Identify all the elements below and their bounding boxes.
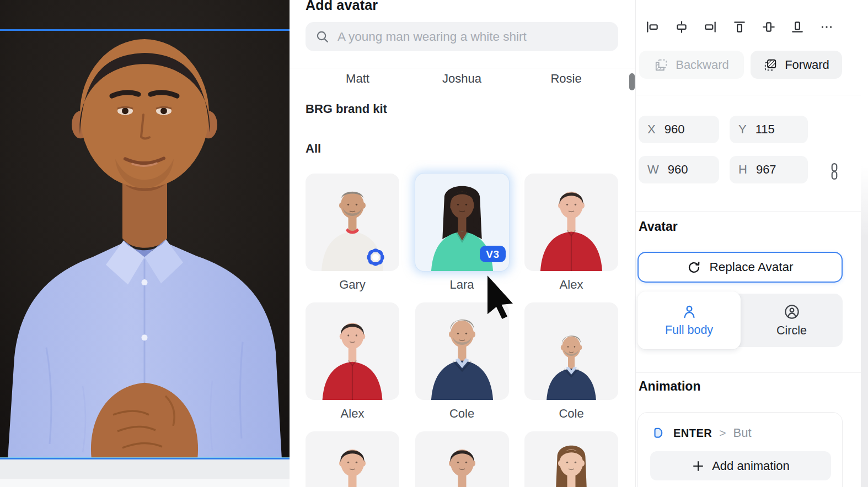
align-center-horizontal-icon[interactable] [671,15,693,39]
avatar-card-partial[interactable] [415,431,509,487]
add-animation-label: Add animation [712,459,790,473]
section-brand-kit-heading: BRG brand kit [306,102,387,116]
x-value: 960 [665,122,685,137]
avatar-card-cole[interactable]: Cole [415,302,509,422]
align-middle-vertical-icon[interactable] [758,15,780,39]
full-body-person-icon [682,304,697,320]
layer-order-row: Backward Forward [639,51,842,79]
bring-forward-label: Forward [785,58,829,72]
alignment-toolbar [641,15,838,39]
selection-outline-bottom [0,458,290,459]
y-value: 115 [756,122,775,137]
enter-target: But [733,426,752,440]
avatar-card-gary[interactable]: Gary [306,174,399,293]
search-icon [315,30,330,44]
animation-card: ENTER > But Add animation [637,412,843,487]
avatar-thumbnail[interactable] [306,431,399,487]
h-value: 967 [756,163,776,177]
avatar-thumbnail[interactable] [415,431,509,487]
mode-circle-button[interactable]: Circle [741,294,843,347]
send-backward-label: Backward [676,58,729,72]
avatar-card-lara[interactable]: V3Lara [415,174,509,293]
avatar-thumbnail[interactable] [306,174,399,271]
position-x-field[interactable]: X 960 [639,116,719,143]
avatar-name-label: Lara [415,278,509,293]
scrollbar-thumb[interactable] [629,73,635,90]
align-left-icon[interactable] [641,15,663,39]
avatar-thumbnail[interactable] [524,174,618,271]
avatar-card-cole[interactable]: Cole [524,302,618,422]
recent-avatar-joshua[interactable]: Joshua [410,72,514,86]
w-value: 960 [668,163,688,177]
avatar-name-label: Alex [524,278,618,293]
more-options-icon[interactable] [816,15,838,39]
align-right-icon[interactable] [699,15,721,39]
section-all-heading: All [306,142,321,156]
avatar-thumbnail[interactable]: V3 [415,174,509,271]
avatar-thumbnail[interactable] [306,302,399,400]
recent-names-row: MattJoshuaRosie [306,72,618,86]
replace-refresh-icon [687,260,701,275]
width-field[interactable]: W 960 [639,156,719,183]
avatar-thumbnail[interactable] [524,431,618,487]
send-backward-button[interactable]: Backward [639,51,744,79]
avatar-name-label: Alex [306,407,399,422]
mode-full-body-button[interactable]: Full body [637,291,741,349]
avatar-card-partial[interactable] [306,431,399,487]
avatar-card-alex[interactable]: Alex [524,174,618,293]
height-field[interactable]: H 967 [730,156,808,183]
video-canvas[interactable] [0,0,290,459]
add-animation-button[interactable]: Add animation [650,451,831,480]
panel-divider [290,68,635,68]
enter-keyword: ENTER [673,427,712,440]
align-top-icon[interactable] [728,15,751,39]
send-backward-icon [654,58,668,72]
replace-avatar-button[interactable]: Replace Avatar [637,252,843,283]
panel-title: Add avatar [306,0,378,13]
enter-animation-row[interactable]: ENTER > But [652,426,752,440]
bring-forward-button[interactable]: Forward [751,51,842,79]
avatar-name-label: Cole [415,407,509,422]
avatar-search-input[interactable]: A young man wearing a white shirt [306,22,618,51]
inspector-divider [636,372,861,373]
avatar-card-partial[interactable] [524,431,618,487]
animation-section-heading: Animation [639,379,700,394]
replace-avatar-label: Replace Avatar [709,260,793,274]
align-bottom-icon[interactable] [786,15,808,39]
canvas-below-margin [0,459,290,487]
chevron-separator: > [719,426,726,440]
selection-outline-top [0,29,290,31]
presenter-avatar[interactable] [0,0,290,459]
bring-forward-icon [763,58,778,72]
recent-avatar-rosie[interactable]: Rosie [514,72,618,86]
inspector-divider [636,211,861,212]
brand-gear-badge-icon [364,246,387,269]
inspector-divider [636,95,861,95]
plus-icon [692,459,705,473]
y-label: Y [738,122,747,137]
enter-animation-icon [652,426,666,440]
circle-person-icon [784,304,800,320]
h-label: H [738,163,747,177]
w-label: W [647,163,659,177]
add-avatar-panel: Add avatar A young man wearing a white s… [290,0,635,487]
avatar-section-heading: Avatar [639,219,678,234]
mode-circle-label: Circle [776,324,807,338]
inspector-panel: Backward Forward X 960 Y 115 W 960 H 967 [635,0,868,487]
avatar-name-label: Gary [306,278,399,293]
avatar-mode-segmented-control: Full body Circle [637,294,843,347]
avatar-thumbnail[interactable] [415,302,509,400]
recent-avatar-matt[interactable]: Matt [306,72,410,86]
right-scroll-gutter [861,0,868,487]
constrain-proportions-icon[interactable] [826,162,843,181]
position-y-field[interactable]: Y 115 [730,116,808,143]
x-label: X [647,122,656,137]
avatar-grid: GaryV3LaraAlexAlexColeCole [306,174,618,487]
search-placeholder: A young man wearing a white shirt [337,30,527,44]
mode-full-body-label: Full body [665,323,713,337]
avatar-card-alex[interactable]: Alex [306,302,399,422]
avatar-name-label: Cole [524,407,618,422]
v3-version-badge: V3 [480,246,505,262]
avatar-thumbnail[interactable] [524,302,618,400]
